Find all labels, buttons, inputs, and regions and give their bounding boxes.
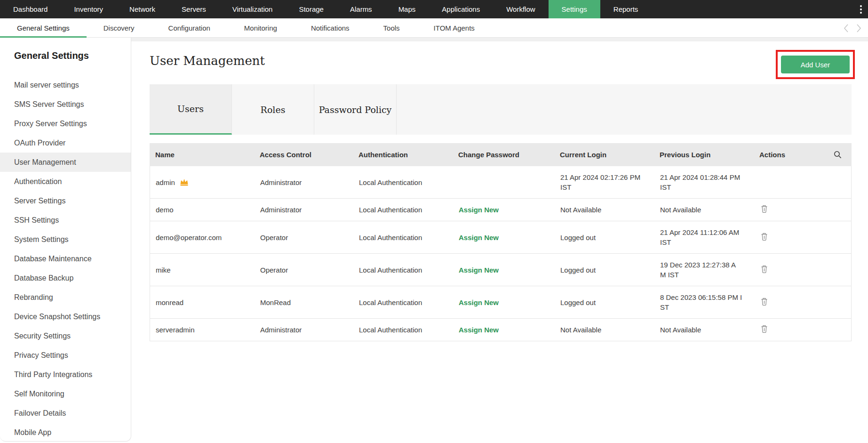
sidebar-item-third-party-integrations[interactable]: Third Party Integrations [0, 365, 131, 384]
trash-icon [761, 325, 768, 333]
users-table: NameAccess ControlAuthenticationChange P… [150, 143, 852, 341]
table-row-serveradmin: serveradminAdministratorLocal Authentica… [150, 319, 851, 341]
access-control-cell: Administrator [255, 172, 353, 193]
sidebar-item-security-settings[interactable]: Security Settings [0, 326, 131, 346]
delete-user-button[interactable] [760, 298, 768, 306]
sidebar-item-user-management[interactable]: User Management [0, 153, 131, 172]
tab-roles[interactable]: Roles [232, 84, 314, 135]
sidebar-item-authentication[interactable]: Authentication [0, 172, 131, 191]
user-management-tabs: UsersRolesPassword Policy [150, 84, 852, 135]
table-row-demo-operator-com: demo@operator.comOperatorLocal Authentic… [150, 221, 851, 254]
actions-cell [754, 319, 825, 341]
assign-new-link[interactable]: Assign New [459, 298, 499, 306]
assign-new-link[interactable]: Assign New [459, 206, 499, 214]
sidebar-item-rebranding[interactable]: Rebranding [0, 288, 131, 307]
column-header-change-password: Change Password [453, 151, 554, 159]
nav-item-alarms[interactable]: Alarms [337, 0, 385, 18]
nav-item-maps[interactable]: Maps [385, 0, 429, 18]
add-user-button[interactable]: Add User [781, 56, 850, 73]
nav-item-virtualization[interactable]: Virtualization [219, 0, 286, 18]
sidebar-item-failover-details[interactable]: Failover Details [0, 403, 131, 423]
change-password-cell: Assign New [453, 260, 555, 280]
delete-user-button[interactable] [760, 233, 768, 241]
settings-sidebar: General Settings Mail server settingsSMS… [0, 38, 131, 442]
subnav-tab-tools[interactable]: Tools [366, 18, 417, 37]
sidebar-item-proxy-server-settings[interactable]: Proxy Server Settings [0, 114, 131, 133]
current-login-cell: Logged out [555, 291, 654, 314]
user-name: demo [150, 200, 255, 220]
tab-password-policy[interactable]: Password Policy [314, 84, 397, 135]
trash-icon [761, 298, 768, 306]
subnav-tab-notifications[interactable]: Notifications [294, 18, 366, 37]
nav-item-workflow[interactable]: Workflow [493, 0, 548, 18]
kebab-menu-icon[interactable] [860, 0, 862, 18]
actions-cell [754, 259, 825, 281]
sidebar-item-system-settings[interactable]: System Settings [0, 230, 131, 249]
row-spacer-cell [825, 204, 852, 216]
sidebar-item-oauth-provider[interactable]: OAuth Provider [0, 133, 131, 153]
chevron-right-icon[interactable] [856, 24, 861, 33]
nav-item-reports[interactable]: Reports [600, 0, 652, 18]
sidebar-item-mobile-app[interactable]: Mobile App [0, 423, 131, 442]
nav-item-servers[interactable]: Servers [168, 0, 219, 18]
current-login-cell: 21 Apr 2024 02:17:26 PM IST [555, 166, 654, 198]
sidebar-items: Mail server settingsSMS Server SettingsP… [0, 75, 131, 442]
actions-cell [754, 291, 825, 314]
row-spacer-cell [825, 264, 852, 276]
authentication-cell: Local Authentication [353, 292, 453, 313]
change-password-cell: Assign New [453, 292, 555, 313]
table-header: NameAccess ControlAuthenticationChange P… [150, 143, 852, 166]
column-header-access-control: Access Control [254, 151, 353, 159]
annotation-highlight-box: Add User [776, 50, 855, 79]
delete-user-button[interactable] [760, 265, 768, 274]
crown-icon [180, 178, 189, 186]
previous-login-cell: 19 Dec 2023 12:27:38 A M IST [654, 254, 754, 286]
delete-user-button[interactable] [760, 325, 768, 333]
user-name: demo@operator.com [150, 227, 255, 248]
sidebar-item-sms-server-settings[interactable]: SMS Server Settings [0, 95, 131, 114]
top-nav-items: DashboardInventoryNetworkServersVirtuali… [0, 0, 651, 18]
column-header-current-login: Current Login [554, 151, 654, 159]
nav-item-inventory[interactable]: Inventory [61, 0, 116, 18]
change-password-cell: Assign New [453, 200, 555, 220]
nav-item-network[interactable]: Network [116, 0, 168, 18]
sidebar-item-device-snapshot-settings[interactable]: Device Snapshot Settings [0, 307, 131, 326]
sidebar-heading: General Settings [0, 38, 131, 61]
sidebar-item-database-backup[interactable]: Database Backup [0, 268, 131, 288]
chevron-left-icon[interactable] [844, 24, 849, 33]
nav-item-settings[interactable]: Settings [549, 0, 600, 18]
sidebar-item-ssh-settings[interactable]: SSH Settings [0, 210, 131, 230]
trash-icon [761, 233, 768, 241]
table-search [824, 151, 852, 159]
top-nav: DashboardInventoryNetworkServersVirtuali… [0, 0, 868, 18]
row-spacer-cell [825, 231, 852, 243]
nav-item-applications[interactable]: Applications [429, 0, 493, 18]
subnav-tab-discovery[interactable]: Discovery [87, 18, 151, 37]
subnav-tab-general-settings[interactable]: General Settings [0, 18, 87, 37]
sidebar-item-server-settings[interactable]: Server Settings [0, 191, 131, 210]
delete-user-button[interactable] [760, 205, 768, 213]
assign-new-link[interactable]: Assign New [459, 326, 499, 334]
assign-new-link[interactable]: Assign New [459, 234, 499, 242]
row-spacer-cell [825, 176, 852, 188]
current-login-cell: Not Available [555, 199, 654, 221]
sidebar-item-privacy-settings[interactable]: Privacy Settings [0, 346, 131, 365]
sidebar-item-database-maintenance[interactable]: Database Maintenance [0, 249, 131, 268]
sidebar-item-self-monitoring[interactable]: Self Monitoring [0, 384, 131, 403]
previous-login-cell: 21 Apr 2024 01:28:44 PM IST [654, 166, 754, 198]
table-row-admin: adminAdministratorLocal Authentication21… [150, 166, 851, 199]
subnav-tab-monitoring[interactable]: Monitoring [227, 18, 294, 37]
authentication-cell: Local Authentication [353, 260, 453, 280]
search-icon[interactable] [834, 151, 842, 159]
sidebar-item-mail-server-settings[interactable]: Mail server settings [0, 75, 131, 95]
current-login-cell: Logged out [555, 226, 654, 249]
tab-users[interactable]: Users [150, 84, 232, 135]
subnav-tab-itom-agents[interactable]: ITOM Agents [417, 18, 492, 37]
access-control-cell: Administrator [255, 320, 353, 340]
actions-cell [754, 176, 825, 188]
subnav-tab-configuration[interactable]: Configuration [151, 18, 227, 37]
assign-new-link[interactable]: Assign New [459, 266, 499, 274]
nav-item-dashboard[interactable]: Dashboard [0, 0, 61, 18]
nav-item-storage[interactable]: Storage [286, 0, 337, 18]
trash-icon [761, 205, 768, 213]
